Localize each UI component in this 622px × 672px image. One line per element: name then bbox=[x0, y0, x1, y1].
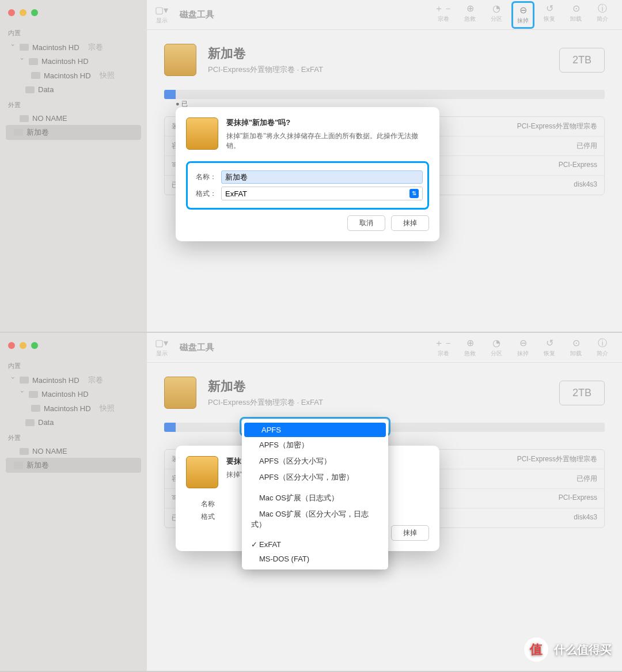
toolbar-info-button[interactable]: ⓘ简介 bbox=[591, 1, 614, 29]
dialog-disk-icon bbox=[186, 117, 218, 150]
toolbar-firstaid-button[interactable]: ⊕急救 bbox=[458, 1, 481, 29]
toolbar-restore-button[interactable]: ↺恢复 bbox=[538, 1, 561, 29]
volume-icon bbox=[164, 377, 196, 409]
volume-capacity: 2TB bbox=[559, 48, 605, 73]
toolbar-volume-button[interactable]: ＋－宗卷 bbox=[432, 336, 455, 360]
plus-minus-icon: ＋－ bbox=[434, 338, 453, 348]
dropdown-option-exfat[interactable]: ✓ExFAT bbox=[242, 537, 388, 552]
chevron-down-icon: › bbox=[10, 44, 16, 51]
erase-button[interactable]: 抹掉 bbox=[391, 215, 429, 231]
window-controls bbox=[6, 337, 141, 357]
disk-icon bbox=[20, 448, 29, 455]
disk-icon bbox=[25, 419, 35, 426]
sidebar-item-mac-hd-root[interactable]: ›Macintosh HD 宗卷 bbox=[6, 40, 141, 55]
minimize-icon[interactable] bbox=[20, 342, 26, 349]
watermark-badge-icon: 值 bbox=[524, 637, 548, 662]
sidebar-item-noname[interactable]: NO NAME bbox=[6, 112, 141, 125]
dialog-title: 要抹掉"新加卷"吗? bbox=[226, 117, 429, 128]
volume-header: 新加卷 PCI-Express外置物理宗卷 · ExFAT 2TB bbox=[147, 30, 622, 90]
dropdown-option-apfs-encrypted[interactable]: APFS（加密） bbox=[242, 437, 388, 453]
plus-minus-icon: ＋－ bbox=[434, 3, 453, 14]
disk-icon bbox=[29, 391, 38, 398]
chevron-down-icon: › bbox=[19, 391, 25, 398]
toolbar: ▢▾ 显示 磁盘工具 ＋－宗卷 ⊕急救 ◔分区 ⊖抹掉 ↺恢复 ⊙卸载 ⓘ简介 bbox=[147, 333, 622, 363]
dropdown-option-msdos[interactable]: MS-DOS (FAT) bbox=[242, 552, 388, 566]
dropdown-option-apfs[interactable]: APFS bbox=[244, 423, 386, 437]
screenshot-bottom: 内置 ›Macintosh HD 宗卷 ›Macintosh HD Macint… bbox=[0, 333, 622, 672]
toolbar-restore-button[interactable]: ↺恢复 bbox=[538, 336, 561, 360]
view-toggle[interactable]: ▢▾ 显示 bbox=[155, 5, 168, 25]
toolbar-buttons: ＋－宗卷 ⊕急救 ◔分区 ⊖抹掉 ↺恢复 ⊙卸载 ⓘ简介 bbox=[432, 1, 614, 29]
toolbar-erase-button[interactable]: ⊖抹掉 bbox=[511, 336, 534, 360]
app-title: 磁盘工具 bbox=[180, 9, 214, 20]
volume-subtitle: PCI-Express外置物理宗卷 · ExFAT bbox=[208, 64, 323, 75]
close-icon[interactable] bbox=[8, 9, 15, 16]
sidebar-item-xinjuan[interactable]: 新加卷 bbox=[6, 125, 141, 140]
toolbar-info-button[interactable]: ⓘ简介 bbox=[591, 336, 614, 360]
name-label: 名称 bbox=[191, 499, 215, 509]
erase-button[interactable]: 抹掉 bbox=[391, 525, 429, 541]
minimize-icon[interactable] bbox=[20, 9, 26, 16]
toolbar: ▢▾ 显示 磁盘工具 ＋－宗卷 ⊕急救 ◔分区 ⊖抹掉 ↺恢复 ⊙卸载 ⓘ简介 bbox=[147, 0, 622, 30]
sidebar-item-mac-hd[interactable]: ›Macintosh HD bbox=[6, 55, 141, 68]
sidebar-item-data[interactable]: Data bbox=[6, 83, 141, 96]
chevron-down-icon: › bbox=[19, 58, 25, 65]
format-select[interactable]: ExFAT ⇅ bbox=[221, 187, 423, 200]
zoom-icon[interactable] bbox=[31, 9, 38, 16]
close-icon[interactable] bbox=[8, 342, 15, 349]
disk-icon bbox=[31, 405, 40, 412]
dialog-form: 名称： 格式： ExFAT ⇅ bbox=[186, 161, 429, 210]
watermark-text: 什么值得买 bbox=[554, 642, 612, 658]
sidebar-toggle-icon: ▢▾ bbox=[155, 5, 168, 16]
sidebar-section-external: 外置 bbox=[8, 101, 139, 109]
toolbar-firstaid-button[interactable]: ⊕急救 bbox=[458, 336, 481, 360]
toolbar-volume-button[interactable]: ＋－宗卷 bbox=[432, 1, 455, 29]
screenshot-top: 内置 ›Macintosh HD 宗卷 ›Macintosh HD Macint… bbox=[0, 0, 622, 333]
name-label: 名称： bbox=[192, 172, 217, 182]
info-icon: ⓘ bbox=[598, 338, 607, 348]
sidebar: 内置 ›Macintosh HD 宗卷 ›Macintosh HD Macint… bbox=[0, 333, 147, 671]
toolbar-unmount-button[interactable]: ⊙卸载 bbox=[564, 336, 587, 360]
toolbar-unmount-button[interactable]: ⊙卸载 bbox=[564, 1, 587, 29]
unmount-icon: ⊙ bbox=[572, 338, 580, 348]
sidebar-toggle-icon: ▢▾ bbox=[155, 337, 168, 348]
app-title: 磁盘工具 bbox=[180, 342, 214, 353]
toolbar-partition-button[interactable]: ◔分区 bbox=[485, 1, 508, 29]
volume-icon bbox=[164, 44, 196, 76]
usage-bar: ● 已 bbox=[164, 90, 605, 99]
disk-icon bbox=[20, 44, 29, 51]
firstaid-icon: ⊕ bbox=[466, 338, 474, 348]
sidebar-item-mac-hd-root[interactable]: ›Macintosh HD 宗卷 bbox=[6, 373, 141, 388]
disk-icon bbox=[25, 86, 35, 93]
sidebar-item-noname[interactable]: NO NAME bbox=[6, 445, 141, 458]
zoom-icon[interactable] bbox=[31, 342, 38, 349]
sidebar-item-data[interactable]: Data bbox=[6, 416, 141, 429]
sidebar-item-xinjuan[interactable]: 新加卷 bbox=[6, 458, 141, 473]
toolbar-buttons: ＋－宗卷 ⊕急救 ◔分区 ⊖抹掉 ↺恢复 ⊙卸载 ⓘ简介 bbox=[432, 336, 614, 360]
sidebar-item-mac-hd-snapshot[interactable]: Macintosh HD 快照 bbox=[6, 68, 141, 83]
format-label: 格式： bbox=[192, 189, 217, 199]
sidebar: 内置 ›Macintosh HD 宗卷 ›Macintosh HD Macint… bbox=[0, 0, 147, 332]
sidebar-item-mac-hd[interactable]: ›Macintosh HD bbox=[6, 388, 141, 401]
sidebar-item-mac-hd-snapshot[interactable]: Macintosh HD 快照 bbox=[6, 401, 141, 416]
erase-icon: ⊖ bbox=[519, 338, 527, 348]
dropdown-option-apfs-case[interactable]: APFS（区分大小写） bbox=[242, 453, 388, 469]
toolbar-partition-button[interactable]: ◔分区 bbox=[485, 336, 508, 360]
sidebar-section-internal: 内置 bbox=[8, 29, 139, 37]
usage-segment bbox=[164, 90, 176, 99]
cancel-button[interactable]: 取消 bbox=[347, 215, 385, 231]
unmount-icon: ⊙ bbox=[572, 3, 580, 14]
format-label: 格式 bbox=[191, 512, 215, 522]
name-input[interactable] bbox=[221, 170, 423, 184]
toolbar-erase-button[interactable]: ⊖抹掉 bbox=[511, 1, 534, 29]
chevron-updown-icon: ⇅ bbox=[409, 189, 419, 198]
dropdown-option-apfs-case-encrypted[interactable]: APFS（区分大小写，加密） bbox=[242, 469, 388, 485]
volume-subtitle: PCI-Express外置物理宗卷 · ExFAT bbox=[208, 397, 323, 408]
disk-icon bbox=[14, 129, 23, 136]
window-controls bbox=[6, 5, 141, 24]
restore-icon: ↺ bbox=[546, 338, 553, 348]
partition-icon: ◔ bbox=[492, 338, 500, 348]
dropdown-option-macos-case-journaled[interactable]: Mac OS扩展（区分大小写，日志式） bbox=[242, 506, 388, 533]
view-toggle[interactable]: ▢▾ 显示 bbox=[155, 337, 168, 358]
dropdown-option-macos-journaled[interactable]: Mac OS扩展（日志式） bbox=[242, 490, 388, 506]
